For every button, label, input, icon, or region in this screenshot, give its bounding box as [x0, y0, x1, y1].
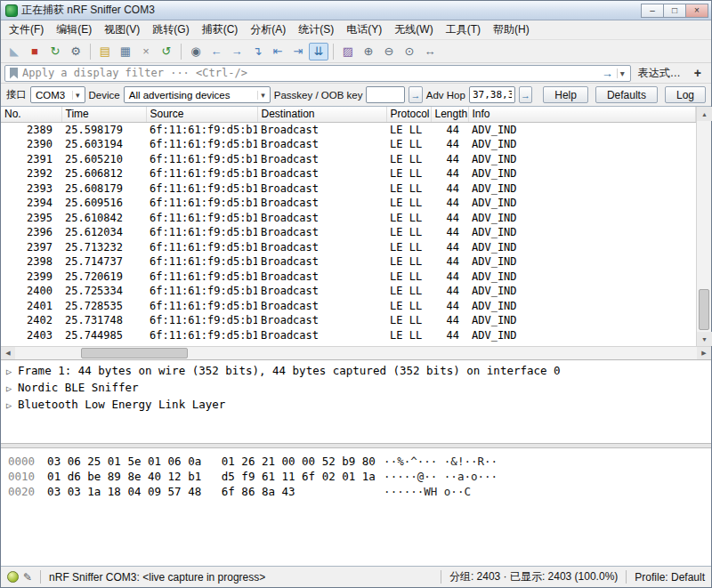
save-file-icon[interactable]: ▦ — [116, 43, 135, 60]
passkey-input[interactable] — [366, 86, 405, 103]
packet-cell-no[interactable]: 2395 — [1, 211, 61, 226]
packet-cell-source[interactable]: 6f:11:61:f9:d5:b1 — [146, 166, 257, 181]
device-select[interactable]: All advertising devices ▾ — [124, 86, 271, 103]
packet-cell-info[interactable]: ADV_IND — [468, 313, 696, 328]
packet-cell-no[interactable]: 2390 — [1, 137, 61, 152]
packet-cell-info[interactable]: ADV_IND — [468, 152, 696, 167]
packet-cell-info[interactable]: ADV_IND — [468, 166, 696, 181]
resize-columns-icon[interactable]: ↔ — [420, 43, 440, 60]
expand-arrow-icon[interactable]: ▷ — [6, 383, 12, 393]
detail-row[interactable]: ▷Frame 1: 44 bytes on wire (352 bits), 4… — [4, 363, 708, 380]
log-button[interactable]: Log — [665, 86, 706, 103]
packet-cell-source[interactable]: 6f:11:61:f9:d5:b1 — [146, 284, 257, 299]
packet-cell-protocol[interactable]: LE LL — [386, 122, 431, 137]
scroll-right-icon[interactable]: ▶ — [697, 347, 711, 359]
auto-scroll-icon[interactable]: ⇊ — [309, 43, 328, 60]
packet-cell-info[interactable]: ADV_IND — [468, 299, 696, 314]
close-capture-icon[interactable]: × — [136, 43, 156, 60]
packet-cell-destination[interactable]: Broadcast — [257, 122, 386, 137]
packet-cell-protocol[interactable]: LE LL — [386, 254, 431, 270]
packet-cell-time[interactable]: 25.612034 — [61, 225, 146, 240]
packet-cell-length[interactable]: 44 — [431, 270, 468, 285]
defaults-button[interactable]: Defaults — [595, 86, 658, 103]
scroll-up-icon[interactable]: ▲ — [697, 107, 712, 121]
restart-capture-icon[interactable]: ↻ — [45, 43, 65, 60]
packet-cell-protocol[interactable]: LE LL — [386, 181, 431, 197]
packet-cell-source[interactable]: 6f:11:61:f9:d5:b1 — [146, 122, 257, 137]
zoom-in-icon[interactable]: ⊕ — [359, 43, 378, 60]
vertical-scrollbar[interactable]: ▲ ▼ — [696, 107, 711, 346]
packet-cell-time[interactable]: 25.744985 — [61, 328, 146, 343]
packet-cell-info[interactable]: ADV_IND — [468, 284, 696, 299]
apply-filter-icon[interactable]: → — [598, 67, 617, 80]
packet-cell-length[interactable]: 44 — [431, 166, 468, 181]
packet-row[interactable]: 240125.7285356f:11:61:f9:d5:b1BroadcastL… — [1, 299, 696, 314]
packet-row[interactable]: 239025.6031946f:11:61:f9:d5:b1BroadcastL… — [1, 137, 696, 152]
first-packet-icon[interactable]: ⇤ — [268, 43, 287, 60]
packet-cell-time[interactable]: 25.610842 — [61, 211, 146, 226]
menu-item-edit[interactable]: 编辑(E) — [50, 20, 98, 39]
packet-cell-time[interactable]: 25.728535 — [61, 299, 146, 314]
column-header-no[interactable]: No. — [1, 107, 61, 122]
expand-arrow-icon[interactable]: ▷ — [6, 400, 12, 410]
packet-row[interactable]: 239525.6108426f:11:61:f9:d5:b1BroadcastL… — [1, 211, 696, 226]
packet-row[interactable]: 240225.7317486f:11:61:f9:d5:b1BroadcastL… — [1, 313, 696, 328]
vertical-scrollbar-thumb[interactable] — [699, 289, 709, 330]
find-packet-icon[interactable]: ◉ — [186, 43, 206, 60]
packet-cell-no[interactable]: 2396 — [1, 225, 61, 240]
packet-cell-destination[interactable]: Broadcast — [257, 211, 386, 226]
packet-cell-time[interactable]: 25.608179 — [61, 181, 146, 197]
maximize-button[interactable]: □ — [663, 4, 686, 18]
packet-cell-destination[interactable]: Broadcast — [257, 284, 386, 299]
menu-item-telephony[interactable]: 电话(Y) — [340, 20, 388, 39]
stop-capture-icon[interactable]: ■ — [25, 43, 44, 60]
packet-cell-source[interactable]: 6f:11:61:f9:d5:b1 — [146, 240, 257, 255]
packet-cell-source[interactable]: 6f:11:61:f9:d5:b1 — [146, 313, 257, 328]
port-select[interactable]: COM3 ▾ — [30, 86, 85, 103]
packet-cell-info[interactable]: ADV_IND — [468, 196, 696, 211]
packet-cell-length[interactable]: 44 — [431, 313, 468, 328]
packet-cell-source[interactable]: 6f:11:61:f9:d5:b1 — [146, 254, 257, 270]
minimize-button[interactable]: – — [641, 4, 664, 18]
packet-cell-no[interactable]: 2399 — [1, 270, 61, 285]
packet-cell-destination[interactable]: Broadcast — [257, 137, 386, 152]
scroll-down-icon[interactable]: ▼ — [697, 332, 712, 346]
packet-cell-protocol[interactable]: LE LL — [386, 166, 431, 181]
menu-item-tools[interactable]: 工具(T) — [440, 20, 487, 39]
packet-cell-length[interactable]: 44 — [431, 196, 468, 211]
packet-cell-protocol[interactable]: LE LL — [386, 196, 431, 211]
packet-cell-protocol[interactable]: LE LL — [386, 284, 431, 299]
packet-row[interactable]: 239825.7147376f:11:61:f9:d5:b1BroadcastL… — [1, 254, 696, 270]
packet-cell-no[interactable]: 2391 — [1, 152, 61, 167]
packet-cell-info[interactable]: ADV_IND — [468, 270, 696, 285]
expert-info-icon[interactable] — [7, 571, 19, 583]
adv-hop-apply-button[interactable]: → — [519, 86, 532, 103]
expression-button[interactable]: 表达式… — [631, 64, 688, 83]
column-header-length[interactable]: Length — [431, 107, 468, 122]
horizontal-scrollbar[interactable]: ◀ ▶ — [1, 346, 711, 359]
horizontal-scrollbar-thumb[interactable] — [81, 348, 188, 358]
packet-cell-destination[interactable]: Broadcast — [257, 240, 386, 255]
hex-row[interactable]: 002003 03 1a 18 04 09 57 48 6f 86 8a 43·… — [8, 484, 704, 499]
packet-cell-destination[interactable]: Broadcast — [257, 181, 386, 197]
packet-cell-info[interactable]: ADV_IND — [468, 254, 696, 270]
packet-cell-time[interactable]: 25.603194 — [61, 137, 146, 152]
packet-cell-info[interactable]: ADV_IND — [468, 225, 696, 240]
packet-cell-protocol[interactable]: LE LL — [386, 299, 431, 314]
go-forward-icon[interactable]: → — [227, 43, 247, 60]
zoom-out-icon[interactable]: ⊖ — [379, 43, 399, 60]
packet-cell-protocol[interactable]: LE LL — [386, 328, 431, 343]
capture-options-icon[interactable]: ⚙ — [66, 43, 85, 60]
packet-cell-length[interactable]: 44 — [431, 284, 468, 299]
packet-cell-protocol[interactable]: LE LL — [386, 240, 431, 255]
column-header-protocol[interactable]: Protocol — [386, 107, 431, 122]
packet-cell-source[interactable]: 6f:11:61:f9:d5:b1 — [146, 211, 257, 226]
zoom-100-icon[interactable]: ⊙ — [400, 43, 419, 60]
packet-cell-protocol[interactable]: LE LL — [386, 270, 431, 285]
last-packet-icon[interactable]: ⇥ — [288, 43, 308, 60]
detail-row[interactable]: ▷Nordic BLE Sniffer — [4, 380, 708, 397]
hex-row[interactable]: 000003 06 25 01 5e 01 06 0a 01 26 21 00 … — [8, 454, 704, 469]
packet-cell-info[interactable]: ADV_IND — [468, 181, 696, 197]
packet-cell-no[interactable]: 2403 — [1, 328, 61, 343]
packet-cell-time[interactable]: 25.606812 — [61, 166, 146, 181]
